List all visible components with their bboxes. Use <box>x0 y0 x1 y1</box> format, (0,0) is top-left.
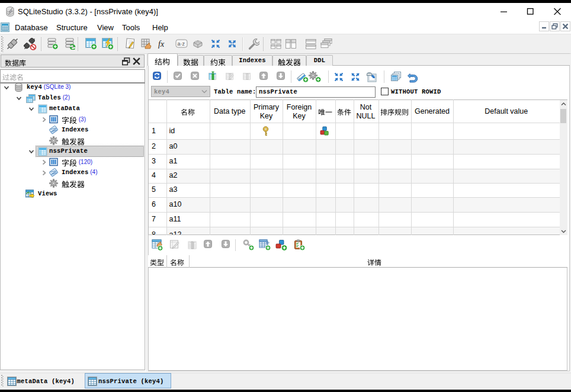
svg-text:a·z: a·z <box>178 41 185 47</box>
svg-text:fx: fx <box>158 40 165 49</box>
